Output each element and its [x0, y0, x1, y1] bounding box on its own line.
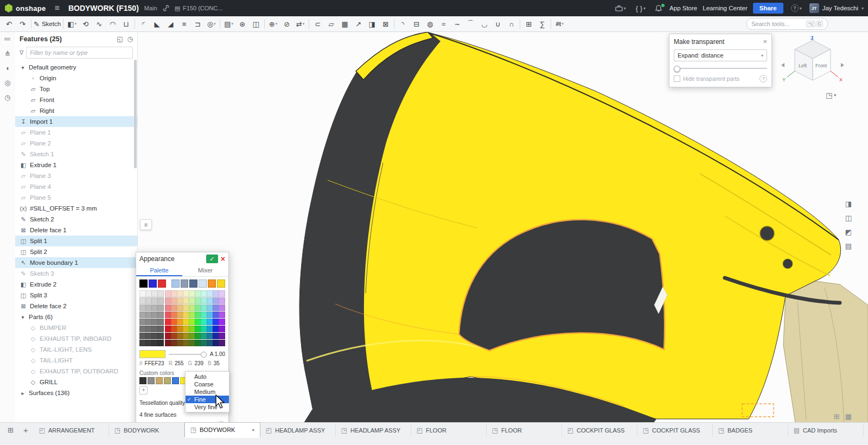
color-swatch[interactable] — [219, 333, 225, 339]
gray-swatch[interactable] — [157, 297, 164, 304]
g-value[interactable]: 239 — [194, 360, 203, 366]
color-swatch[interactable] — [139, 279, 148, 288]
thicken-button[interactable]: ⊔ — [119, 18, 133, 30]
alpha-handle[interactable] — [201, 352, 207, 358]
context-flyout-icon[interactable]: ≡ — [140, 219, 152, 230]
document-tab[interactable]: ◳COCKPIT GLASS — [637, 423, 713, 437]
document-tab[interactable]: ◳BODYWORK — [109, 423, 184, 437]
color-swatch[interactable] — [219, 290, 225, 297]
feature-item[interactable]: ◇TAIL-LIGHT — [15, 355, 137, 366]
feature-item[interactable]: ▱Plane 4 — [15, 181, 137, 192]
boolean-button[interactable]: ⊕▾ — [266, 18, 280, 30]
gray-swatch[interactable] — [157, 340, 164, 346]
b-value[interactable]: 35 — [214, 360, 220, 366]
tab-mixer[interactable]: Mixer — [182, 265, 228, 276]
linear-pattern-button[interactable]: ▤▾ — [222, 18, 235, 30]
feature-filter-input[interactable] — [26, 47, 133, 59]
expand-distance-dropdown[interactable]: Expand: distance ▾ — [674, 49, 767, 61]
document-tab[interactable]: ◰COCKPIT GLASS — [562, 423, 637, 437]
feature-item[interactable]: ▱Top — [15, 84, 137, 94]
delete-part-button[interactable]: ⊟ — [410, 18, 423, 30]
feature-item[interactable]: ◧Extrude 2 — [15, 279, 137, 290]
workspace-name[interactable]: Main — [144, 5, 157, 11]
tail-hole[interactable] — [760, 226, 774, 240]
close-icon[interactable]: × — [763, 37, 767, 46]
tessellation-option[interactable]: Medium — [186, 388, 229, 396]
feature-item[interactable]: ▱Plane 1 — [15, 127, 137, 138]
gray-swatch[interactable] — [157, 333, 164, 339]
feature-item[interactable]: ↧Import 1 — [15, 116, 137, 127]
chevron-right-icon[interactable]: ▸ — [20, 390, 26, 396]
custom-color-swatch[interactable] — [164, 377, 171, 384]
comments-icon[interactable]: ◖ — [5, 64, 10, 72]
hide-transparent-checkbox[interactable] — [674, 75, 680, 82]
feature-item[interactable]: ◇TAIL-LIGHT, LENS — [15, 344, 137, 355]
distance-slider[interactable] — [674, 63, 767, 73]
feature-item[interactable]: ✎Sketch 3 — [15, 268, 137, 279]
tessellation-option[interactable]: Very fine — [186, 403, 229, 411]
fillet-button[interactable]: ◜ — [137, 18, 150, 30]
render-quality-icon[interactable]: ▦ — [845, 412, 852, 421]
intersection-curve-button[interactable]: ∩ — [505, 18, 518, 30]
variable-table-button[interactable]: #t▾ — [553, 18, 566, 30]
alpha-slider[interactable] — [169, 354, 207, 355]
feature-item[interactable]: (x)#SILL_OFFSET = 3 mm — [15, 203, 137, 214]
measure-button[interactable]: ⊞ — [522, 18, 535, 30]
hole-button[interactable]: ◎▾ — [205, 18, 218, 30]
feature-item[interactable]: ◇GRILL — [15, 377, 137, 387]
open-in-panel-icon[interactable]: ◱ — [117, 35, 123, 43]
feature-item[interactable]: ▱Plane 5 — [15, 192, 137, 203]
search-tools-input[interactable]: Search tools... ⌥C — [746, 18, 828, 30]
feature-item[interactable]: ⊠Delete face 1 — [15, 225, 137, 236]
linked-document-tab[interactable]: ▤ F150 (CONC... — [175, 5, 223, 12]
accept-button[interactable]: ✓ — [206, 255, 218, 263]
color-swatch[interactable] — [189, 279, 197, 288]
feature-item[interactable]: ▱Front — [15, 94, 137, 105]
custom-color-swatch[interactable] — [148, 377, 155, 384]
document-title[interactable]: BODYWORK (F150) — [68, 4, 139, 12]
follow-mode-icon[interactable]: ◎ — [4, 79, 10, 87]
view-options-button[interactable]: ◳▾ — [826, 91, 836, 99]
circular-pattern-button[interactable]: ⊛ — [235, 18, 249, 30]
cancel-icon[interactable]: × — [221, 255, 225, 263]
color-swatch[interactable] — [219, 326, 225, 332]
help-menu[interactable]: ? ▾ — [789, 4, 804, 12]
replace-face-button[interactable]: ◨ — [365, 18, 379, 30]
color-swatch[interactable] — [171, 279, 180, 288]
loft-button[interactable]: ◠ — [106, 18, 119, 30]
help-icon[interactable]: ? — [760, 75, 767, 82]
hex-value[interactable]: FFEF23 — [145, 360, 164, 366]
feature-item[interactable]: ◇BUMPER — [15, 322, 137, 333]
color-swatch[interactable] — [199, 279, 207, 288]
undo-button[interactable]: ↶ — [2, 18, 16, 30]
shell-button[interactable]: ⊐ — [191, 18, 205, 30]
r-value[interactable]: 255 — [175, 360, 184, 366]
modify-fillet-button[interactable]: ◝ — [396, 18, 410, 30]
split-button[interactable]: ⊘ — [280, 18, 293, 30]
sketch-button[interactable]: ✎Sketch — [33, 18, 61, 30]
section-view-icon[interactable]: ◩ — [845, 228, 852, 236]
link-icon[interactable] — [163, 5, 169, 11]
feature-item[interactable]: ⊠Delete face 2 — [15, 301, 137, 312]
gray-swatch[interactable] — [157, 304, 164, 311]
scrollbar-thumb[interactable] — [134, 60, 137, 168]
onshape-logo[interactable]: onshape — [4, 4, 46, 12]
document-tab[interactable]: ◳BODYWORK▾ — [184, 422, 260, 438]
feature-item[interactable]: ◦Origin — [15, 73, 137, 84]
panel-toggle-icon[interactable]: ≔ — [4, 35, 11, 43]
spline-button[interactable]: ∼ — [450, 18, 464, 30]
view-cube[interactable]: Left Front Z Y X — [780, 35, 845, 97]
chevron-down-icon[interactable]: ▾ — [20, 314, 26, 320]
delete-face-button[interactable]: ⊠ — [379, 18, 392, 30]
gray-swatch[interactable] — [157, 326, 164, 332]
color-swatch[interactable] — [219, 340, 225, 346]
app-store-link[interactable]: App Store — [669, 5, 697, 11]
color-swatch[interactable] — [181, 279, 189, 288]
notifications-bell-icon[interactable] — [653, 5, 664, 12]
appearance-panel-icon[interactable]: ◨ — [845, 200, 852, 208]
boundary-surface-button[interactable]: ▱ — [324, 18, 338, 30]
slider-handle[interactable] — [674, 66, 680, 72]
fill-surface-button[interactable]: ▦ — [338, 18, 352, 30]
tessellation-option[interactable]: Auto — [186, 373, 229, 380]
integrations-icon[interactable]: ▾ — [613, 5, 628, 11]
